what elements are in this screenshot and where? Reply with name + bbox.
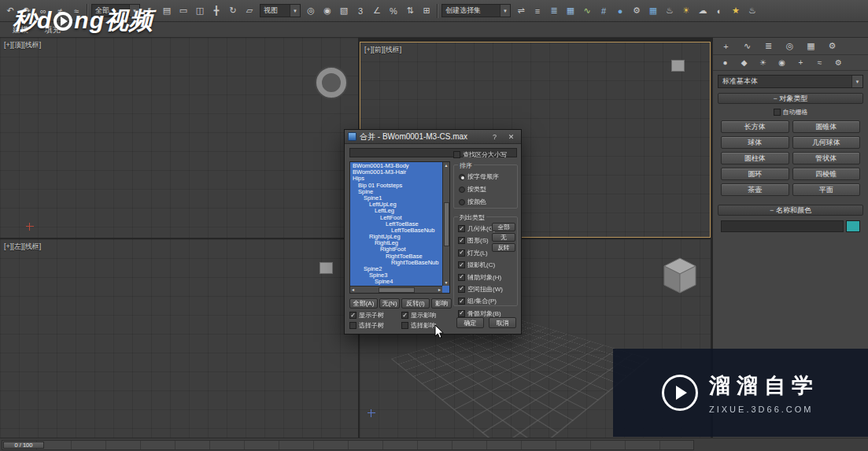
- viewport-front-label[interactable]: [+][前][线框]: [364, 45, 401, 55]
- create-tab-icon[interactable]: +: [717, 39, 735, 54]
- close-icon[interactable]: ✕: [504, 131, 518, 142]
- scroll-down-icon[interactable]: ▼: [445, 280, 449, 285]
- list-item[interactable]: Spine2: [350, 266, 442, 272]
- geometry-category-icon[interactable]: ●: [717, 57, 733, 69]
- edit-named-selection-sets-icon[interactable]: ⊞: [419, 3, 434, 19]
- mirror-icon[interactable]: ⇌: [513, 3, 529, 19]
- cancel-button[interactable]: 取消: [489, 317, 516, 328]
- types-invert-button[interactable]: 反转: [492, 243, 515, 252]
- select-none-button[interactable]: 无(N): [379, 298, 400, 309]
- display-tab-icon[interactable]: ▦: [802, 39, 820, 54]
- select-and-scale-icon[interactable]: ▱: [242, 3, 257, 19]
- curve-editor-icon[interactable]: ∿: [579, 3, 595, 19]
- list-type-checkbox[interactable]: 空间扭曲(W): [458, 285, 517, 294]
- dialog-title-bar[interactable]: 合并 - BWom0001-M3-CS.max ? ✕: [345, 130, 521, 144]
- help-button[interactable]: ?: [488, 131, 501, 142]
- primitive-button[interactable]: 管状体: [792, 152, 861, 165]
- snap-toggle-icon[interactable]: 3: [353, 3, 368, 19]
- motion-tab-icon[interactable]: ◎: [781, 39, 799, 54]
- list-type-checkbox[interactable]: 摄影机(C): [458, 261, 517, 269]
- named-selection-sets-dropdown[interactable]: 创建选择集 ▼: [441, 4, 511, 17]
- horizontal-scrollbar[interactable]: ◄ ►: [350, 286, 442, 293]
- select-all-button[interactable]: 全部(A): [349, 298, 378, 309]
- shapes-category-icon[interactable]: ◆: [736, 57, 752, 69]
- select-and-manipulate-icon[interactable]: ◉: [319, 3, 335, 19]
- hierarchy-tab-icon[interactable]: ≣: [759, 39, 778, 54]
- scroll-left-icon[interactable]: ◄: [351, 287, 355, 292]
- render-teapot-icon[interactable]: ♨: [744, 3, 760, 19]
- list-type-checkbox[interactable]: 辅助对象(H): [458, 273, 517, 282]
- viewport-left-label[interactable]: [+][左][线框]: [4, 242, 41, 252]
- name-and-color-rollout[interactable]: 名称和颜色: [718, 205, 863, 216]
- autogrid-checkbox[interactable]: 自动栅格: [713, 108, 868, 116]
- cameras-category-icon[interactable]: ◉: [774, 57, 790, 69]
- scroll-up-icon[interactable]: ▲: [445, 163, 449, 168]
- schematic-view-icon[interactable]: #: [596, 3, 611, 19]
- influences-button[interactable]: 影响: [431, 298, 452, 309]
- object-color-swatch[interactable]: [846, 220, 860, 232]
- use-pivot-center-icon[interactable]: ◎: [303, 3, 319, 19]
- primitive-type-dropdown[interactable]: 标准基本体 ▼: [718, 75, 863, 88]
- time-slider-track[interactable]: 0 / 100: [2, 440, 694, 450]
- environment-icon[interactable]: ☀: [678, 3, 694, 19]
- select-invert-button[interactable]: 反转(I): [401, 298, 430, 309]
- window-crossing-icon[interactable]: ◫: [192, 3, 208, 19]
- sphere-shade-icon[interactable]: ◐: [711, 3, 727, 19]
- viewport-top-label[interactable]: [+][顶][线框]: [4, 40, 41, 50]
- star-icon[interactable]: ★: [728, 3, 744, 19]
- primitive-button[interactable]: 几何球体: [792, 136, 861, 149]
- scrollbar-thumb[interactable]: [379, 287, 415, 293]
- lights-category-icon[interactable]: ☀: [755, 57, 771, 69]
- list-item[interactable]: Spine3: [350, 272, 442, 279]
- primitive-button[interactable]: 圆环: [721, 168, 789, 180]
- ok-button[interactable]: 确定: [456, 317, 484, 328]
- helpers-category-icon[interactable]: +: [792, 57, 809, 69]
- select-and-rotate-icon[interactable]: ↻: [225, 3, 241, 19]
- primitive-button[interactable]: 平面: [792, 183, 861, 196]
- time-slider-thumb[interactable]: 0 / 100: [3, 442, 44, 449]
- layer-manager-icon[interactable]: ≣: [546, 3, 562, 19]
- primitive-button[interactable]: 长方体: [721, 120, 789, 133]
- select-and-move-icon[interactable]: ╋: [209, 3, 224, 19]
- list-item[interactable]: LeftUpLeg: [350, 201, 442, 208]
- keyboard-override-icon[interactable]: ▧: [336, 3, 352, 19]
- graphite-ribbon-icon[interactable]: ▦: [563, 3, 578, 19]
- primitive-button[interactable]: 四棱锥: [792, 168, 861, 180]
- list-item[interactable]: Spine4: [350, 279, 442, 285]
- sort-radio[interactable]: 按类型: [459, 185, 517, 194]
- primitive-button[interactable]: 茶壶: [721, 183, 789, 196]
- material-editor-icon[interactable]: ●: [612, 3, 628, 19]
- vertical-scrollbar[interactable]: ▲ ▼: [442, 162, 449, 286]
- primitive-button[interactable]: 圆锥体: [792, 120, 861, 133]
- dialog-checkbox[interactable]: 显示子树: [349, 311, 401, 320]
- sort-radio[interactable]: 按字母顺序: [459, 172, 517, 181]
- case-sensitive-checkbox[interactable]: 查找区分大小写: [453, 150, 507, 159]
- rendered-frame-icon[interactable]: ▦: [645, 3, 661, 19]
- primitive-button[interactable]: 圆柱体: [721, 152, 789, 165]
- select-by-name-icon[interactable]: ▤: [159, 3, 175, 19]
- utilities-tab-icon[interactable]: ⚙: [823, 39, 841, 54]
- align-icon[interactable]: ≡: [530, 3, 545, 19]
- object-type-rollout[interactable]: 对象类型: [718, 93, 863, 104]
- types-none-button[interactable]: 无: [492, 233, 515, 242]
- viewport-top[interactable]: [+][顶][线框]: [0, 38, 358, 238]
- render-setup-icon[interactable]: ⚙: [629, 3, 645, 19]
- list-type-checkbox[interactable]: 组/集合(P): [458, 297, 517, 305]
- dialog-checkbox[interactable]: 显示影响: [401, 311, 452, 320]
- object-name-input[interactable]: [721, 220, 844, 232]
- modify-tab-icon[interactable]: ∿: [738, 39, 756, 54]
- rectangular-selection-icon[interactable]: ▭: [175, 3, 191, 19]
- dialog-checkbox[interactable]: 选择子树: [349, 321, 401, 330]
- scroll-right-icon[interactable]: ►: [438, 287, 441, 292]
- sort-radio[interactable]: 按颜色: [459, 198, 517, 206]
- systems-category-icon[interactable]: ⚙: [830, 57, 847, 69]
- viewport-left[interactable]: [+][左][线框]: [0, 239, 358, 438]
- spinner-snap-icon[interactable]: ⇅: [402, 3, 418, 19]
- space-warps-category-icon[interactable]: ≈: [811, 57, 828, 69]
- reference-coordinate-dropdown[interactable]: 视图 ▼: [260, 4, 301, 17]
- primitive-button[interactable]: 球体: [721, 136, 789, 149]
- object-list-items[interactable]: BWom0001-M3-BodyBWom0001-M3-HairHipsBip …: [350, 163, 442, 286]
- scrollbar-thumb[interactable]: [444, 202, 449, 246]
- angle-snap-icon[interactable]: ∠: [369, 3, 385, 19]
- cloud-icon[interactable]: ☁: [695, 3, 711, 19]
